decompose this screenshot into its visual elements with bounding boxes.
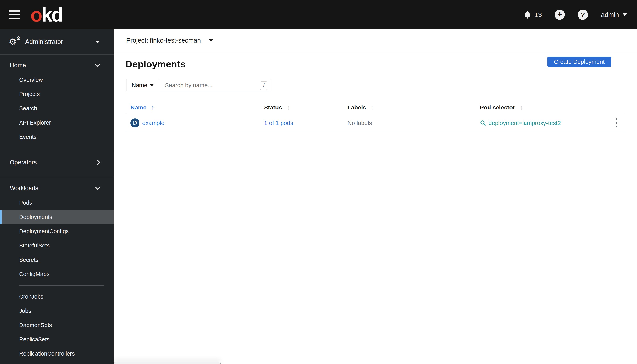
nav-divider — [19, 285, 104, 286]
perspective-label: Administrator — [25, 38, 63, 46]
deployment-name-link[interactable]: example — [142, 120, 164, 126]
sidebar-item-search[interactable]: Search — [0, 101, 114, 116]
column-header-labels[interactable]: Labels ↕ — [342, 104, 475, 111]
sidebar: ⚙⚙ Administrator Home Overview Projects … — [0, 29, 114, 364]
sidebar-item-label: Secrets — [19, 257, 38, 263]
pod-selector-text: deployment=iamproxy-test2 — [489, 120, 561, 126]
sidebar-item-label: API Explorer — [19, 120, 51, 126]
sidebar-item-replicasets[interactable]: ReplicaSets — [0, 332, 114, 346]
table-header-row: Name ↑ Status ↕ Labels ↕ Pod selector ↕ — [125, 101, 625, 114]
sidebar-item-api-explorer[interactable]: API Explorer — [0, 116, 114, 130]
sidebar-item-projects[interactable]: Projects — [0, 87, 114, 101]
sidebar-item-secrets[interactable]: Secrets — [0, 253, 114, 267]
pods-status-link[interactable]: 1 of 1 pods — [264, 120, 293, 126]
table-row: D example 1 of 1 pods No labels deployme… — [125, 114, 625, 132]
sidebar-item-daemonsets[interactable]: DaemonSets — [0, 318, 114, 332]
user-menu[interactable]: admin — [601, 11, 627, 18]
sidebar-item-label: CronJobs — [19, 294, 44, 300]
main-content: Project: finko-test-secman Deployments C… — [114, 29, 637, 364]
nav-group-workloads: Workloads Pods Deployments DeploymentCon… — [0, 176, 114, 364]
column-label: Labels — [348, 104, 366, 111]
sidebar-item-deployments[interactable]: Deployments — [0, 210, 114, 224]
nav-section-home[interactable]: Home — [0, 58, 114, 73]
column-header-name[interactable]: Name ↑ — [125, 104, 259, 111]
nav-group-operators: Operators — [0, 151, 114, 176]
sort-both-icon: ↕ — [520, 104, 523, 111]
sort-ascending-icon: ↑ — [151, 104, 154, 111]
sidebar-item-cronjobs[interactable]: CronJobs — [0, 290, 114, 304]
nav-section-operators[interactable]: Operators — [0, 155, 114, 170]
sidebar-item-label: ConfigMaps — [19, 271, 50, 278]
nav-toggle-hamburger-icon[interactable] — [9, 10, 20, 19]
sidebar-item-overview[interactable]: Overview — [0, 73, 114, 87]
project-selector-label: Project: finko-test-secman — [126, 37, 201, 44]
row-kebab-menu[interactable] — [616, 118, 625, 127]
chevron-down-icon — [150, 84, 154, 86]
page-header: Deployments Create Deployment — [114, 52, 637, 70]
deployments-table: Name ↑ Status ↕ Labels ↕ Pod selector ↕ … — [125, 101, 625, 132]
question-icon: ? — [581, 11, 585, 18]
notifications-button[interactable]: 13 — [523, 10, 542, 19]
filter-toolbar: Name / — [126, 79, 637, 92]
sidebar-item-label: DaemonSets — [19, 322, 52, 328]
column-header-pod-selector[interactable]: Pod selector ↕ — [475, 104, 592, 111]
sidebar-item-label: ReplicaSets — [19, 336, 50, 343]
sort-both-icon: ↕ — [287, 104, 290, 111]
filter-attribute-dropdown[interactable]: Name — [126, 79, 159, 92]
partial-bottom-panel — [114, 362, 221, 364]
sidebar-item-label: Deployments — [19, 214, 52, 220]
help-button[interactable]: ? — [578, 10, 588, 20]
sidebar-item-jobs[interactable]: Jobs — [0, 304, 114, 318]
page-title: Deployments — [125, 59, 186, 70]
sidebar-item-deploymentconfigs[interactable]: DeploymentConfigs — [0, 224, 114, 238]
cell-pod-selector: deployment=iamproxy-test2 — [475, 120, 592, 126]
sidebar-item-label: ReplicationControllers — [19, 350, 75, 357]
column-header-status[interactable]: Status ↕ — [259, 104, 342, 111]
chevron-down-icon — [95, 185, 100, 190]
perspective-switcher[interactable]: ⚙⚙ Administrator — [0, 29, 114, 55]
notification-count: 13 — [534, 11, 542, 18]
pod-selector-link[interactable]: deployment=iamproxy-test2 — [480, 120, 561, 126]
chevron-right-icon — [95, 160, 100, 165]
sidebar-item-label: Overview — [19, 77, 43, 83]
nav-section-label: Workloads — [10, 185, 38, 192]
sidebar-item-label: Pods — [19, 200, 32, 206]
nav-section-label: Operators — [10, 159, 37, 166]
sidebar-item-label: Jobs — [19, 308, 31, 314]
cell-status: 1 of 1 pods — [259, 120, 342, 126]
cell-name: D example — [125, 118, 259, 128]
cell-labels: No labels — [342, 120, 475, 126]
sidebar-item-label: DeploymentConfigs — [19, 228, 69, 234]
plus-icon: + — [557, 10, 562, 18]
quick-create-button[interactable]: + — [555, 10, 565, 20]
sidebar-item-label: Projects — [19, 91, 40, 97]
project-selector[interactable]: Project: finko-test-secman — [114, 29, 637, 52]
masthead-toolbar: 13 + ? admin — [523, 10, 637, 20]
deployment-kind-badge: D — [131, 118, 140, 128]
column-label: Pod selector — [480, 104, 515, 111]
create-deployment-button[interactable]: Create Deployment — [547, 57, 611, 67]
sidebar-item-pods[interactable]: Pods — [0, 196, 114, 210]
column-label: Status — [264, 104, 282, 111]
search-input[interactable] — [159, 79, 271, 92]
username: admin — [601, 11, 619, 18]
sidebar-item-label: StatefulSets — [19, 242, 50, 249]
search-wrapper: / — [159, 79, 271, 92]
column-label: Name — [131, 104, 147, 111]
sidebar-item-events[interactable]: Events — [0, 130, 114, 144]
logo-o: o — [31, 5, 42, 24]
sidebar-item-replicationcontrollers[interactable]: ReplicationControllers — [0, 346, 114, 361]
masthead: okd 13 + ? admin — [0, 0, 637, 29]
search-icon — [480, 120, 486, 126]
chevron-down-icon — [209, 39, 213, 42]
no-labels-text: No labels — [348, 120, 372, 126]
nav-section-label: Home — [10, 62, 26, 69]
sidebar-item-statefulsets[interactable]: StatefulSets — [0, 238, 114, 253]
chevron-down-icon — [95, 62, 100, 67]
sidebar-item-configmaps[interactable]: ConfigMaps — [0, 267, 114, 281]
okd-logo[interactable]: okd — [31, 5, 62, 24]
nav-section-workloads[interactable]: Workloads — [0, 181, 114, 196]
sidebar-item-label: Events — [19, 134, 37, 140]
nav-group-home: Home Overview Projects Search API Explor… — [0, 55, 114, 151]
sidebar-item-label: Search — [19, 105, 37, 112]
